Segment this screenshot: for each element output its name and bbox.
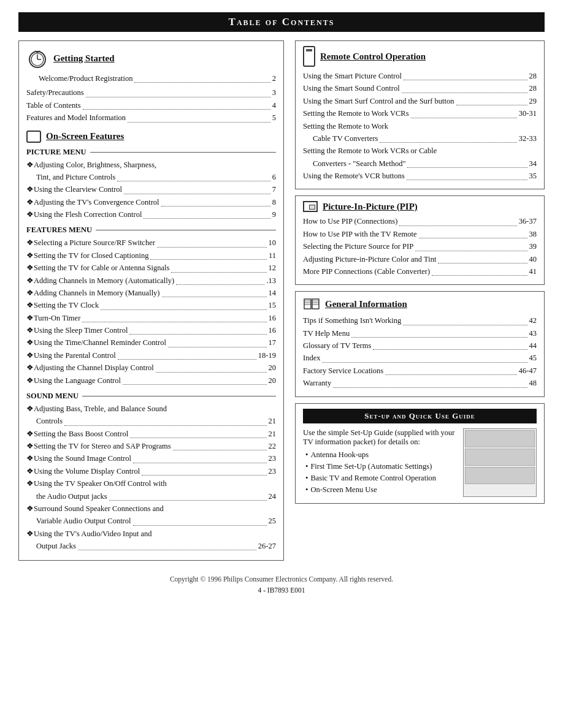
dotted-line — [133, 525, 267, 526]
dotted-line — [150, 259, 267, 260]
toc-row: Using the Smart Picture Control 28 — [303, 70, 537, 82]
entry-text: Factory Service Locations — [303, 365, 383, 377]
entry-text: Output Jacks — [26, 540, 76, 552]
toc-row: ❖Using the Flesh Correction Control 9 — [26, 209, 276, 221]
toc-row: How to Use PIP (Connections) 36-37 — [303, 216, 537, 227]
entry-page: 11 — [269, 250, 276, 262]
sound-menu-header: SOUND MENU — [26, 392, 276, 401]
entry-page: 30-31 — [519, 108, 537, 119]
bullet-text: On-Screen Menu Use — [310, 485, 377, 495]
entry-text: Adjusting Picture-in-Picture Color and T… — [303, 254, 436, 265]
pip-section-header: Picture-In-Picture (PIP) — [303, 201, 537, 212]
entry-page: 21 — [269, 428, 277, 440]
toc-row: Warranty 48 — [303, 377, 537, 389]
entry-text: Selecting the Picture Source for PIP — [303, 241, 413, 252]
dotted-line — [415, 251, 527, 251]
entry-page: 28 — [529, 70, 537, 82]
image-row — [465, 467, 535, 484]
bullet: • — [305, 450, 308, 460]
entry-page: 2 — [272, 73, 276, 85]
toc-row: Output Jacks 26-27 — [26, 540, 276, 552]
bullet-text: Antenna Hook-ups — [310, 450, 369, 460]
entry-page: 38 — [529, 229, 537, 240]
entry-page: 34 — [529, 158, 537, 170]
toc-row: ❖Adjusting the TV's Convergence Control … — [26, 197, 276, 208]
entry-page: 20 — [269, 375, 277, 387]
toc-row: Selecting the Picture Source for PIP 39 — [303, 241, 537, 252]
entry-text: ❖Using the Flesh Correction Control — [26, 209, 142, 221]
dotted-line — [109, 500, 267, 501]
toc-row: ❖Using the Sleep Timer Control 16 — [26, 325, 276, 336]
picture-menu-label: PICTURE MENU — [26, 148, 86, 157]
dotted-line — [123, 384, 267, 385]
dotted-line — [128, 122, 270, 123]
dotted-line — [133, 463, 266, 463]
toc-row: ❖Setting the TV Clock 15 — [26, 300, 276, 311]
bullet: • — [305, 474, 308, 483]
toc-row: ❖Adjusting the Channel Display Control 2… — [26, 362, 276, 374]
entry-text: ❖Using the TV Speaker On/Off Control wit… — [26, 478, 167, 490]
list-item: •Basic TV and Remote Control Operation — [305, 474, 457, 483]
entry-page: 29 — [529, 96, 537, 107]
features-menu-items: ❖Selecting a Picture Source/RF Switcher … — [26, 237, 276, 387]
entry-text: the Audio Output jacks — [26, 491, 107, 502]
entry-page: 42 — [529, 315, 537, 327]
pip-section-title: Picture-In-Picture (PIP) — [323, 202, 418, 212]
toc-row: Using the Smart Sound Control 28 — [303, 83, 537, 94]
remote-icon — [303, 46, 315, 67]
dotted-line — [129, 334, 266, 335]
entry-text: ❖Setting the TV for Stereo and SAP Progr… — [26, 441, 171, 452]
entry-page: 16 — [269, 325, 277, 336]
entry-page: 43 — [529, 328, 537, 339]
entry-page: 10 — [269, 237, 277, 249]
list-item: •On-Screen Menu Use — [305, 485, 457, 495]
entry-page: 18-19 — [258, 350, 276, 362]
page-number: 4 - IB7893 E001 — [18, 586, 545, 594]
setup-guide-text: Use the simple Set-Up Guide (supplied wi… — [303, 428, 457, 497]
dotted-line — [142, 475, 266, 476]
dotted-line — [118, 359, 256, 360]
setup-guide-header: Set-up and Quick Use Guide — [303, 409, 537, 423]
dotted-line — [157, 247, 267, 248]
page-title: Table of Contents — [229, 16, 335, 28]
entry-page: 44 — [529, 340, 537, 352]
image-row — [465, 449, 535, 466]
toc-row: ❖Using the Volume Display Control 23 — [26, 466, 276, 477]
dotted-line — [78, 550, 256, 550]
remote-section-title: Remote Control Operation — [320, 51, 426, 62]
remote-control-items: Using the Smart Picture Control 28 Using… — [303, 70, 537, 182]
entry-text: ❖Setting the TV for Closed Captioning — [26, 250, 148, 262]
picture-menu-items: ❖Adjusting Color, Brightness, Sharpness,… — [26, 159, 276, 221]
entry-page: 23 — [269, 466, 277, 477]
entry-text: Index — [303, 352, 320, 364]
setup-guide-body: Use the simple Set-Up Guide (supplied wi… — [303, 428, 537, 497]
toc-row: ❖Adjusting Bass, Treble, and Balance Sou… — [26, 403, 276, 415]
page-title-bar: Table of Contents — [18, 12, 545, 32]
page-number-text: 4 - IB7893 E001 — [258, 586, 305, 594]
dotted-line — [82, 322, 266, 322]
entry-text: Features and Model Information — [26, 112, 126, 124]
dotted-line — [380, 142, 516, 143]
entry-text: ❖Using the Time/Channel Reminder Control — [26, 337, 166, 349]
entry-text: Using the Smart Picture Control — [303, 70, 402, 82]
dotted-line — [402, 93, 527, 93]
toc-row: Setting the Remote to Work VCRs or Cable — [303, 145, 537, 157]
entry-page: 9 — [272, 209, 276, 221]
toc-row: Tint, and Picture Controls 6 — [26, 172, 276, 183]
dotted-line — [168, 347, 267, 347]
entry-page: .13 — [266, 275, 276, 287]
dotted-line — [456, 105, 527, 105]
toc-row: ❖Surround Sound Speaker Connections and — [26, 503, 276, 515]
entry-text: Setting the Remote to Work VCRs — [303, 108, 409, 119]
dotted-line — [333, 387, 527, 388]
entry-page: 39 — [529, 241, 537, 252]
toc-row: ❖Using the TV's Audio/Video Input and — [26, 528, 276, 540]
pip-section: Picture-In-Picture (PIP) How to Use PIP … — [295, 195, 545, 285]
entry-text: Cable TV Converters — [303, 133, 378, 145]
entry-text: How to Use PIP with the TV Remote — [303, 229, 417, 240]
svg-rect-7 — [312, 299, 319, 309]
entry-text: ❖Adding Channels in Memory (Manually) — [26, 287, 160, 299]
setup-bullets: •Antenna Hook-ups •First Time Set-Up (Au… — [303, 450, 457, 495]
toc-row: Setting the Remote to Work — [303, 121, 537, 132]
dotted-line — [134, 82, 270, 83]
